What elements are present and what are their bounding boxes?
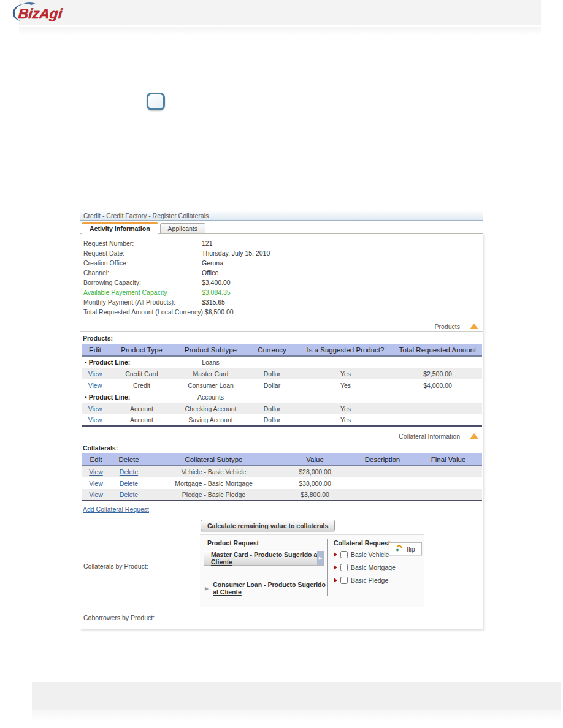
- collateral-section-title: Collateral Information: [399, 433, 460, 440]
- cell-type: Account: [108, 414, 175, 426]
- header-sub-strip: [19, 27, 541, 35]
- collateral-section-header: Collateral Information: [80, 432, 483, 441]
- view-link[interactable]: View: [88, 405, 102, 412]
- bizagi-logo: BizAgi: [4, 1, 96, 27]
- view-link[interactable]: View: [89, 491, 103, 498]
- collateral-option-label: Basic Vehicle: [351, 551, 389, 558]
- add-collateral-request-link[interactable]: Add Collateral Request: [83, 506, 149, 513]
- cell-amount: [393, 414, 482, 426]
- logo-text: BizAgi: [18, 6, 64, 21]
- collaterals-list-label: Collaterals:: [83, 444, 483, 452]
- collateral-row: View Delete Vehicle - Basic Vehicle $28,…: [82, 466, 482, 477]
- process-task-icon[interactable]: [147, 93, 165, 110]
- cell-value: $3,800.00: [280, 489, 350, 501]
- view-link[interactable]: View: [88, 370, 102, 377]
- field-value: $6,500.00: [205, 308, 234, 316]
- basic-vehicle-checkbox[interactable]: [340, 551, 348, 558]
- field-value: 121: [202, 240, 213, 247]
- tab-applicants[interactable]: Applicants: [160, 223, 205, 233]
- basic-mortgage-checkbox[interactable]: [340, 564, 348, 571]
- cell-value: $38,000.00: [280, 477, 350, 489]
- view-link[interactable]: View: [88, 382, 102, 389]
- cell-type: Credit Card: [108, 368, 175, 379]
- col-subtype: Collateral Subtype: [148, 453, 280, 466]
- col-currency: Currency: [246, 344, 298, 356]
- field-label: Channel:: [80, 269, 202, 276]
- product-row: View Account Saving Account Dollar Yes: [82, 414, 482, 426]
- products-section-header: Products: [80, 322, 483, 332]
- red-arrow-icon: [334, 565, 337, 570]
- delete-link[interactable]: Delete: [120, 491, 138, 498]
- product-request-item: ▶ Consumer Loan - Producto Sugerido al C…: [205, 581, 327, 596]
- field-value: Office: [202, 269, 218, 276]
- col-final-value: Final Value: [415, 453, 482, 466]
- collaterals-table: Edit Delete Collateral Subtype Value Des…: [82, 453, 482, 501]
- delete-link[interactable]: Delete: [120, 468, 138, 476]
- collaterals-by-product-section: Collaterals by Product: Product Request …: [80, 534, 483, 607]
- collapse-icon[interactable]: [470, 433, 478, 439]
- footer-bar: [32, 682, 561, 710]
- col-edit: Edit: [82, 344, 108, 356]
- cell-subtype: Checking Account: [175, 403, 246, 414]
- field-request-number: Request Number: 121: [80, 238, 483, 248]
- field-monthly-payment: Monthly Payment (All Products): $315.65: [80, 297, 483, 307]
- field-borrowing-capacity: Borrowing Capacity: $3,400.00: [80, 278, 483, 287]
- collateral-option: Basic Mortgage: [334, 564, 424, 571]
- field-value: $315.65: [202, 298, 225, 306]
- collateral-option-label: Basic Pledge: [351, 577, 388, 584]
- selected-arrow-icon[interactable]: ▶: [317, 551, 324, 565]
- cell-currency: Dollar: [246, 379, 298, 391]
- collaterals-header-row: Edit Delete Collateral Subtype Value Des…: [82, 453, 482, 466]
- view-link[interactable]: View: [89, 480, 103, 487]
- products-table: Edit Product Type Product Subtype Curren…: [82, 344, 482, 427]
- field-value: $3,400.00: [202, 279, 231, 286]
- delete-link[interactable]: Delete: [120, 480, 138, 487]
- field-request-date: Request Date: Thursday, July 15, 2010: [80, 248, 483, 258]
- cell-final: [415, 466, 482, 477]
- field-label: Request Date:: [80, 249, 202, 257]
- collapse-icon[interactable]: [470, 324, 478, 329]
- group-name: Loans: [175, 356, 246, 368]
- view-link[interactable]: View: [89, 468, 103, 476]
- col-edit: Edit: [82, 453, 110, 466]
- bullet-icon: ▪: [85, 358, 87, 366]
- red-arrow-icon: [334, 578, 337, 583]
- field-value: Gerona: [202, 259, 223, 267]
- tab-activity-information[interactable]: Activity Information: [82, 222, 158, 234]
- collateral-option-label: Basic Mortgage: [351, 564, 396, 571]
- footer-fade: [32, 710, 561, 722]
- product-request-column: Product Request Master Card - Producto S…: [204, 539, 327, 596]
- flip-button[interactable]: flip: [389, 542, 422, 555]
- field-label: Request Number:: [80, 240, 202, 247]
- view-link[interactable]: View: [88, 416, 102, 423]
- cell-type: Account: [108, 403, 175, 414]
- field-label: Borrowing Capacity:: [80, 279, 202, 286]
- cell-currency: Dollar: [246, 414, 298, 426]
- calculate-remaining-value-button[interactable]: Calculate remaining value to collaterals: [201, 520, 335, 531]
- collateral-row: View Delete Pledge - Basic Pledge $3,800…: [82, 489, 482, 501]
- field-label: Creation Office:: [80, 259, 202, 267]
- product-row: View Credit Consumer Loan Dollar Yes $4,…: [82, 379, 482, 391]
- basic-pledge-checkbox[interactable]: [340, 577, 348, 584]
- expand-arrow-icon[interactable]: ▶: [205, 586, 209, 591]
- tab-bar: Activity Information Applicants: [82, 222, 483, 233]
- group-label: Product Line:: [89, 393, 131, 401]
- collateral-row: View Delete Mortgage - Basic Mortgage $3…: [82, 477, 482, 489]
- product-request-link[interactable]: Master Card - Producto Sugerido al Clien…: [211, 551, 324, 566]
- product-request-link[interactable]: Consumer Loan - Producto Sugerido al Cli…: [213, 581, 327, 596]
- cell-description: [350, 466, 415, 477]
- window-caption: Credit - Credit Factory - Register Colla…: [80, 210, 483, 221]
- cell-description: [350, 489, 415, 501]
- cell-subtype: Vehicle - Basic Vehicle: [148, 466, 280, 477]
- cell-amount: $4,000.00: [393, 379, 482, 391]
- coborrowers-by-product-label: Coborrowers by Product:: [83, 614, 483, 621]
- cell-amount: [393, 403, 482, 414]
- product-request-header: Product Request: [204, 539, 327, 547]
- product-row: View Account Checking Account Dollar Yes: [82, 403, 482, 414]
- cell-description: [350, 477, 415, 489]
- red-arrow-icon: [334, 552, 337, 557]
- cell-suggested: Yes: [298, 414, 393, 426]
- product-group-row: ▪ Product Line: Accounts: [82, 391, 482, 403]
- product-request-item-selected: Master Card - Producto Sugerido al Clien…: [204, 551, 324, 566]
- field-creation-office: Creation Office: Gerona: [80, 258, 483, 268]
